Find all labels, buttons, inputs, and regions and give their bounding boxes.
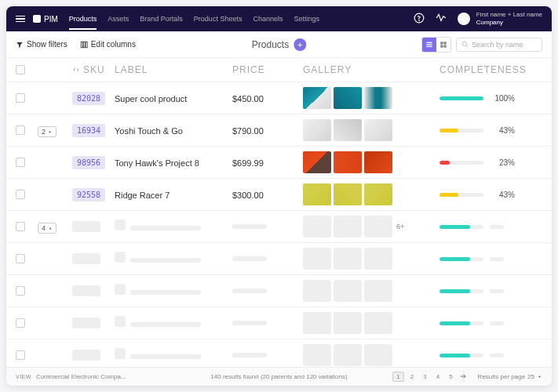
show-filters-button[interactable]: Show filters	[16, 40, 67, 49]
product-label: Yoshi Touch & Go	[115, 126, 183, 136]
nav-assets[interactable]: Assets	[108, 15, 129, 23]
edit-columns-label: Edit columns	[91, 40, 136, 49]
user-avatar[interactable]	[458, 13, 470, 25]
gallery-thumb[interactable]	[303, 119, 331, 141]
row-checkbox[interactable]	[16, 222, 25, 231]
sku-badge[interactable]: 92558	[72, 188, 105, 201]
page-3[interactable]: 3	[420, 372, 429, 381]
view-label: VIEW	[16, 374, 31, 379]
gallery-thumb[interactable]	[364, 119, 392, 141]
column-label[interactable]: LABEL	[115, 64, 232, 75]
product-price: $790.00	[232, 126, 264, 136]
gallery-thumb[interactable]	[303, 151, 331, 173]
gallery-thumb[interactable]	[303, 183, 331, 205]
row-checkbox[interactable]	[16, 190, 25, 199]
page-1[interactable]: 1	[392, 372, 403, 382]
column-sku[interactable]: SKU	[72, 64, 115, 75]
app-logo[interactable]: PIM	[33, 15, 58, 24]
breadcrumb[interactable]: Commercial Electronic Compa...	[36, 373, 126, 380]
product-label: Ridge Racer 7	[115, 191, 170, 200]
gallery	[303, 87, 436, 109]
sku-badge[interactable]: 98956	[72, 156, 105, 169]
svg-rect-7	[426, 45, 432, 46]
completeness-meter: 43%	[439, 126, 542, 135]
sku-badge[interactable]: 82028	[72, 92, 105, 105]
gallery-thumb[interactable]	[334, 87, 362, 109]
menu-icon[interactable]	[16, 16, 25, 23]
expand-toggle[interactable]: 4	[38, 223, 57, 234]
page-4[interactable]: 4	[433, 372, 443, 381]
svg-rect-5	[426, 42, 432, 42]
svg-rect-6	[426, 44, 432, 45]
row-checkbox[interactable]	[16, 350, 25, 360]
gallery-more[interactable]: 6+	[396, 223, 404, 230]
table-row-loading	[6, 275, 552, 307]
gallery-thumb[interactable]	[334, 119, 362, 141]
product-price: $450.00	[232, 94, 264, 103]
page-title-text: Products	[252, 39, 289, 50]
top-nav-bar: PIM Products Assets Brand Portals Produc…	[6, 6, 552, 31]
pagination: 1 2 3 4 5 Results per page 25	[392, 372, 542, 382]
table-row[interactable]: 92558 Ridge Racer 7 $300.00 43%	[6, 179, 552, 211]
row-checkbox[interactable]	[16, 125, 25, 135]
help-icon[interactable]	[414, 13, 425, 25]
completeness-percent: 100%	[490, 94, 515, 103]
row-checkbox[interactable]	[16, 254, 25, 263]
row-checkbox[interactable]	[16, 286, 25, 296]
svg-rect-10	[440, 45, 443, 47]
product-label: Tony Hawk's Project 8	[115, 158, 199, 168]
user-info[interactable]: First name + Last name Company	[476, 11, 542, 26]
row-checkbox[interactable]	[16, 158, 25, 167]
sort-icon	[72, 66, 80, 74]
nav-brand-portals[interactable]: Brand Portals	[140, 15, 183, 23]
svg-line-13	[466, 45, 468, 47]
completeness-percent: 43%	[490, 191, 515, 199]
gallery	[303, 119, 436, 141]
grid-view-button[interactable]	[436, 38, 450, 52]
chevron-down-icon	[537, 374, 542, 379]
gallery-thumb[interactable]	[364, 151, 392, 173]
nav-channels[interactable]: Channels	[253, 15, 283, 23]
completeness-percent: 23%	[490, 158, 515, 167]
gallery-thumb[interactable]	[364, 183, 392, 205]
row-checkbox[interactable]	[16, 93, 25, 103]
row-checkbox[interactable]	[16, 318, 25, 328]
edit-columns-button[interactable]: Edit columns	[80, 40, 136, 49]
page-5[interactable]: 5	[446, 372, 455, 381]
list-view-button[interactable]	[422, 38, 436, 52]
table-row[interactable]: 2 16934 Yoshi Touch & Go $790.00 43%	[6, 114, 552, 147]
table-row-loading: 4 6+	[6, 211, 552, 243]
column-price[interactable]: PRICE	[232, 64, 303, 75]
results-per-page[interactable]: Results per page 25	[478, 373, 542, 380]
user-name-label: First name + Last name	[476, 11, 542, 19]
nav-settings[interactable]: Settings	[294, 15, 319, 23]
completeness-meter: 43%	[439, 191, 542, 199]
expand-toggle[interactable]: 2	[38, 126, 57, 137]
product-price: $300.00	[232, 191, 264, 200]
nav-products[interactable]: Products	[69, 8, 97, 30]
gallery-thumb[interactable]	[334, 151, 362, 173]
column-completeness[interactable]: COMPLETENESS	[436, 64, 542, 75]
add-product-button[interactable]: +	[294, 38, 306, 51]
svg-rect-8	[440, 42, 443, 44]
select-all-checkbox[interactable]	[16, 65, 25, 74]
sku-badge[interactable]: 16934	[72, 124, 105, 137]
column-gallery[interactable]: GALLERY	[303, 64, 436, 75]
table-header-row: SKU LABEL PRICE GALLERY COMPLETENESS	[6, 58, 552, 82]
gallery-thumb[interactable]	[334, 183, 362, 205]
table-row[interactable]: 98956 Tony Hawk's Project 8 $699.99 23%	[6, 147, 552, 179]
svg-rect-2	[81, 42, 82, 48]
activity-icon[interactable]	[436, 13, 447, 25]
page-2[interactable]: 2	[407, 372, 417, 381]
nav-product-sheets[interactable]: Product Sheets	[194, 15, 243, 23]
search-input[interactable]: Search by name	[456, 38, 542, 52]
gallery-thumb[interactable]	[303, 87, 331, 109]
results-count: 140 results found (20 parents and 120 va…	[210, 373, 347, 380]
completeness-meter: 100%	[439, 94, 542, 103]
svg-rect-9	[443, 42, 446, 44]
table-row[interactable]: 82028 Super cool product $450.00 100%	[6, 82, 552, 114]
toolbar: Show filters Edit columns Products + Sea…	[6, 31, 552, 58]
next-page-icon[interactable]	[459, 372, 467, 382]
gallery-thumb[interactable]	[364, 87, 392, 109]
svg-point-12	[462, 42, 466, 45]
